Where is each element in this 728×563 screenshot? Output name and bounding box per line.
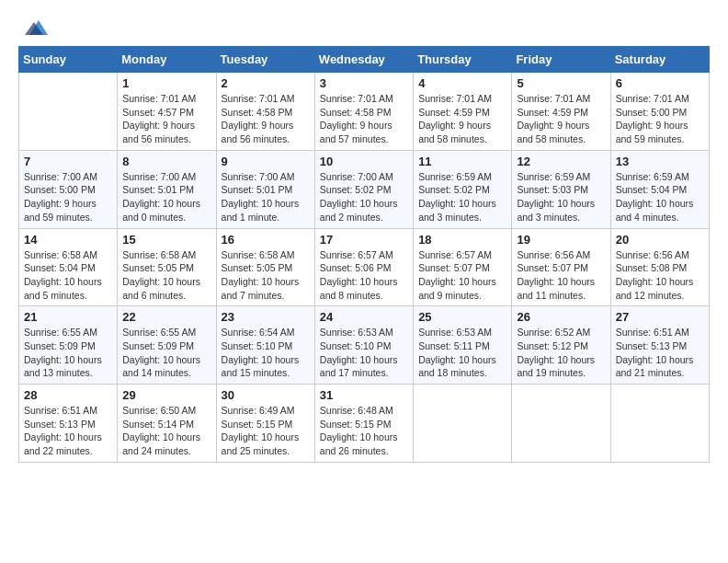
- day-number: 2: [222, 76, 310, 90]
- day-info: Sunrise: 7:00 AMSunset: 5:02 PMDaylight:…: [320, 170, 408, 224]
- day-info: Sunrise: 7:01 AMSunset: 4:59 PMDaylight:…: [517, 92, 605, 146]
- day-info: Sunrise: 6:59 AMSunset: 5:03 PMDaylight:…: [517, 170, 605, 224]
- calendar-cell: 20Sunrise: 6:56 AMSunset: 5:08 PMDayligh…: [610, 228, 709, 306]
- calendar-cell: 24Sunrise: 6:53 AMSunset: 5:10 PMDayligh…: [314, 306, 413, 385]
- day-info: Sunrise: 7:00 AMSunset: 5:00 PMDaylight:…: [24, 170, 112, 224]
- day-info: Sunrise: 6:51 AMSunset: 5:13 PMDaylight:…: [616, 326, 704, 380]
- day-info: Sunrise: 6:59 AMSunset: 5:04 PMDaylight:…: [616, 170, 704, 224]
- calendar-cell: 6Sunrise: 7:01 AMSunset: 5:00 PMDaylight…: [610, 73, 709, 151]
- day-number: 8: [122, 155, 210, 168]
- calendar-cell: 18Sunrise: 6:57 AMSunset: 5:07 PMDayligh…: [414, 228, 512, 306]
- day-number: 19: [517, 233, 605, 247]
- calendar-cell: [414, 385, 512, 463]
- day-number: 30: [222, 388, 310, 402]
- day-number: 23: [222, 310, 310, 324]
- calendar-cell: 8Sunrise: 7:00 AMSunset: 5:01 PMDaylight…: [118, 150, 216, 228]
- day-info: Sunrise: 7:01 AMSunset: 5:00 PMDaylight:…: [616, 92, 704, 146]
- day-info: Sunrise: 6:56 AMSunset: 5:07 PMDaylight:…: [517, 248, 605, 303]
- calendar-week-row: 28Sunrise: 6:51 AMSunset: 5:13 PMDayligh…: [19, 385, 710, 463]
- day-info: Sunrise: 6:53 AMSunset: 5:11 PMDaylight:…: [418, 326, 506, 380]
- calendar-cell: 26Sunrise: 6:52 AMSunset: 5:12 PMDayligh…: [512, 306, 610, 385]
- day-number: 21: [24, 310, 112, 324]
- calendar-cell: 13Sunrise: 6:59 AMSunset: 5:04 PMDayligh…: [610, 150, 709, 228]
- calendar-cell: [19, 73, 118, 151]
- day-info: Sunrise: 7:01 AMSunset: 4:58 PMDaylight:…: [222, 92, 310, 146]
- day-info: Sunrise: 7:01 AMSunset: 4:58 PMDaylight:…: [320, 92, 408, 146]
- day-info: Sunrise: 6:55 AMSunset: 5:09 PMDaylight:…: [24, 326, 112, 380]
- day-info: Sunrise: 6:50 AMSunset: 5:14 PMDaylight:…: [122, 404, 210, 458]
- calendar-cell: 17Sunrise: 6:57 AMSunset: 5:06 PMDayligh…: [314, 228, 413, 306]
- day-info: Sunrise: 6:51 AMSunset: 5:13 PMDaylight:…: [24, 404, 112, 458]
- weekday-header: Tuesday: [216, 47, 314, 73]
- calendar-week-row: 21Sunrise: 6:55 AMSunset: 5:09 PMDayligh…: [19, 306, 710, 385]
- day-info: Sunrise: 6:49 AMSunset: 5:15 PMDaylight:…: [222, 404, 310, 458]
- day-number: 10: [320, 155, 408, 168]
- calendar-table: SundayMondayTuesdayWednesdayThursdayFrid…: [18, 46, 710, 463]
- calendar-cell: 31Sunrise: 6:48 AMSunset: 5:15 PMDayligh…: [314, 385, 413, 463]
- day-number: 4: [418, 76, 506, 90]
- day-info: Sunrise: 6:57 AMSunset: 5:07 PMDaylight:…: [418, 248, 506, 303]
- day-number: 12: [517, 155, 605, 168]
- day-number: 3: [320, 76, 408, 90]
- day-number: 25: [418, 310, 506, 324]
- calendar-cell: 15Sunrise: 6:58 AMSunset: 5:05 PMDayligh…: [118, 228, 216, 306]
- calendar-cell: 2Sunrise: 7:01 AMSunset: 4:58 PMDaylight…: [216, 73, 314, 151]
- weekday-header: Monday: [118, 47, 216, 73]
- calendar-week-row: 1Sunrise: 7:01 AMSunset: 4:57 PMDaylight…: [19, 73, 710, 151]
- day-number: 15: [122, 233, 210, 247]
- calendar-cell: 10Sunrise: 7:00 AMSunset: 5:02 PMDayligh…: [314, 150, 413, 228]
- day-info: Sunrise: 6:56 AMSunset: 5:08 PMDaylight:…: [616, 248, 704, 303]
- day-info: Sunrise: 6:53 AMSunset: 5:10 PMDaylight:…: [320, 326, 408, 380]
- calendar-cell: 22Sunrise: 6:55 AMSunset: 5:09 PMDayligh…: [118, 306, 216, 385]
- day-number: 16: [222, 233, 310, 247]
- day-number: 29: [122, 388, 210, 402]
- weekday-header: Saturday: [610, 47, 709, 73]
- weekday-header: Friday: [512, 47, 610, 73]
- weekday-header: Wednesday: [314, 47, 413, 73]
- calendar-cell: 19Sunrise: 6:56 AMSunset: 5:07 PMDayligh…: [512, 228, 610, 306]
- day-number: 11: [418, 155, 506, 168]
- day-number: 9: [222, 155, 310, 168]
- calendar-cell: 4Sunrise: 7:01 AMSunset: 4:59 PMDaylight…: [414, 73, 512, 151]
- day-info: Sunrise: 7:01 AMSunset: 4:57 PMDaylight:…: [122, 92, 210, 146]
- day-number: 28: [24, 388, 112, 402]
- day-number: 7: [24, 155, 112, 168]
- logo-icon: [20, 18, 50, 37]
- day-number: 13: [616, 155, 704, 168]
- weekday-header: Sunday: [19, 47, 118, 73]
- calendar-week-row: 7Sunrise: 7:00 AMSunset: 5:00 PMDaylight…: [19, 150, 710, 228]
- day-number: 31: [320, 388, 408, 402]
- day-info: Sunrise: 7:01 AMSunset: 4:59 PMDaylight:…: [418, 92, 506, 146]
- weekday-header-row: SundayMondayTuesdayWednesdayThursdayFrid…: [19, 47, 710, 73]
- day-info: Sunrise: 6:54 AMSunset: 5:10 PMDaylight:…: [222, 326, 310, 380]
- calendar-cell: 16Sunrise: 6:58 AMSunset: 5:05 PMDayligh…: [216, 228, 314, 306]
- day-number: 24: [320, 310, 408, 324]
- day-number: 5: [517, 76, 605, 90]
- calendar-cell: 11Sunrise: 6:59 AMSunset: 5:02 PMDayligh…: [414, 150, 512, 228]
- day-number: 17: [320, 233, 408, 247]
- logo: [18, 18, 50, 37]
- day-info: Sunrise: 7:00 AMSunset: 5:01 PMDaylight:…: [122, 170, 210, 224]
- day-number: 22: [122, 310, 210, 324]
- day-info: Sunrise: 7:00 AMSunset: 5:01 PMDaylight:…: [222, 170, 310, 224]
- day-info: Sunrise: 6:58 AMSunset: 5:04 PMDaylight:…: [24, 248, 112, 303]
- calendar-cell: 7Sunrise: 7:00 AMSunset: 5:00 PMDaylight…: [19, 150, 118, 228]
- calendar-cell: 12Sunrise: 6:59 AMSunset: 5:03 PMDayligh…: [512, 150, 610, 228]
- page-header: [18, 18, 710, 37]
- day-info: Sunrise: 6:48 AMSunset: 5:15 PMDaylight:…: [320, 404, 408, 458]
- weekday-header: Thursday: [414, 47, 512, 73]
- day-info: Sunrise: 6:55 AMSunset: 5:09 PMDaylight:…: [122, 326, 210, 380]
- calendar-week-row: 14Sunrise: 6:58 AMSunset: 5:04 PMDayligh…: [19, 228, 710, 306]
- calendar-cell: 28Sunrise: 6:51 AMSunset: 5:13 PMDayligh…: [19, 385, 118, 463]
- day-info: Sunrise: 6:59 AMSunset: 5:02 PMDaylight:…: [418, 170, 506, 224]
- calendar-cell: 29Sunrise: 6:50 AMSunset: 5:14 PMDayligh…: [118, 385, 216, 463]
- day-number: 6: [616, 76, 704, 90]
- day-number: 26: [517, 310, 605, 324]
- day-number: 18: [418, 233, 506, 247]
- day-info: Sunrise: 6:57 AMSunset: 5:06 PMDaylight:…: [320, 248, 408, 303]
- calendar-cell: 25Sunrise: 6:53 AMSunset: 5:11 PMDayligh…: [414, 306, 512, 385]
- day-number: 1: [122, 76, 210, 90]
- calendar-cell: 1Sunrise: 7:01 AMSunset: 4:57 PMDaylight…: [118, 73, 216, 151]
- calendar-cell: 23Sunrise: 6:54 AMSunset: 5:10 PMDayligh…: [216, 306, 314, 385]
- calendar-cell: [610, 385, 709, 463]
